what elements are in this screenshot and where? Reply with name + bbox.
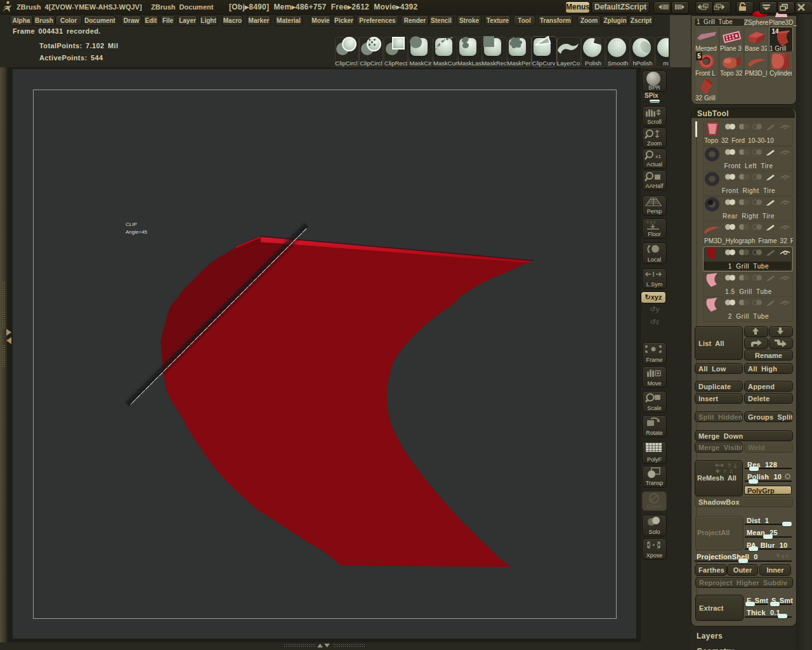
svg-text:x1: x1 (655, 154, 661, 159)
svg-text:Y: Y (723, 468, 727, 474)
svg-text:✥: ✥ (716, 468, 720, 474)
svg-text:x y z: x y z (646, 220, 656, 225)
svg-text:Z: Z (730, 468, 733, 474)
